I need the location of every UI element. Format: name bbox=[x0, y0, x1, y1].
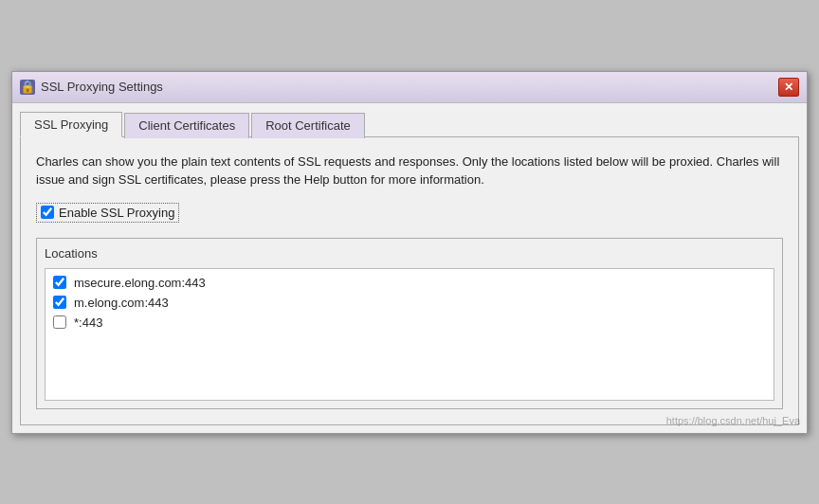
title-bar: 🔒 SSL Proxying Settings ✕ bbox=[12, 72, 807, 103]
title-bar-left: 🔒 SSL Proxying Settings bbox=[20, 80, 163, 95]
tab-ssl-proxying[interactable]: SSL Proxying bbox=[20, 112, 122, 137]
window-title: SSL Proxying Settings bbox=[41, 80, 163, 94]
watermark-text: https://blog.csdn.net/huj_Eva bbox=[666, 415, 800, 426]
enable-ssl-proxying-container[interactable]: Enable SSL Proxying bbox=[36, 203, 179, 223]
location-text-2: m.elong.com:443 bbox=[74, 296, 169, 310]
location-text-1: msecure.elong.com:443 bbox=[74, 276, 206, 290]
close-button[interactable]: ✕ bbox=[778, 78, 799, 97]
tab-client-certificates[interactable]: Client Certificates bbox=[124, 113, 249, 138]
location-text-3: *:443 bbox=[74, 315, 102, 330]
app-icon: 🔒 bbox=[20, 80, 35, 95]
enable-ssl-proxying-checkbox[interactable] bbox=[41, 206, 54, 219]
list-item[interactable]: *:443 bbox=[46, 313, 774, 333]
locations-group: Locations msecure.elong.com:443 m.elong.… bbox=[36, 238, 783, 409]
window-content: SSL Proxying Client Certificates Root Ce… bbox=[12, 103, 807, 433]
list-item[interactable]: msecure.elong.com:443 bbox=[46, 273, 774, 293]
location-checkbox-3[interactable] bbox=[53, 315, 66, 329]
location-checkbox-2[interactable] bbox=[53, 296, 66, 309]
locations-legend: Locations bbox=[45, 246, 774, 261]
tab-content-ssl-proxying: Charles can show you the plain text cont… bbox=[20, 137, 799, 425]
locations-list: msecure.elong.com:443 m.elong.com:443 *:… bbox=[45, 268, 774, 401]
ssl-proxying-settings-window: 🔒 SSL Proxying Settings ✕ SSL Proxying C… bbox=[11, 71, 808, 434]
tab-bar: SSL Proxying Client Certificates Root Ce… bbox=[20, 111, 799, 137]
description-text: Charles can show you the plain text cont… bbox=[36, 153, 783, 189]
enable-ssl-proxying-row: Enable SSL Proxying bbox=[36, 203, 783, 223]
enable-ssl-proxying-label: Enable SSL Proxying bbox=[59, 206, 174, 220]
tab-root-certificate[interactable]: Root Certificate bbox=[251, 113, 365, 138]
list-item[interactable]: m.elong.com:443 bbox=[46, 293, 774, 313]
location-checkbox-1[interactable] bbox=[53, 276, 66, 289]
